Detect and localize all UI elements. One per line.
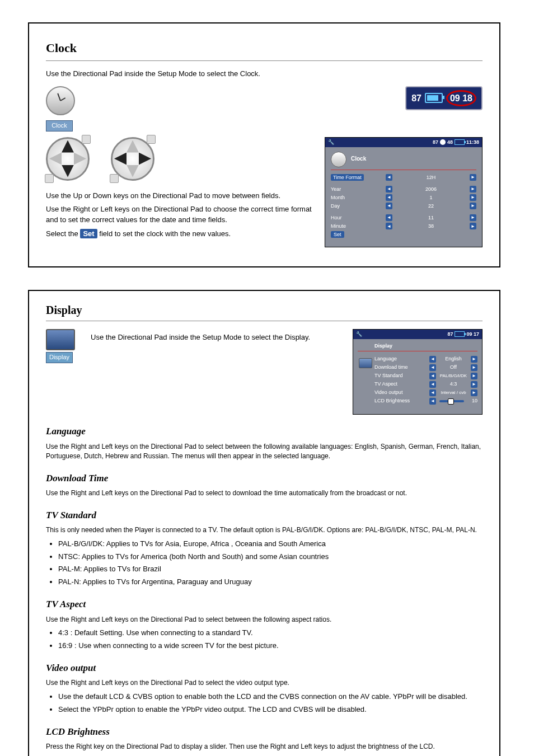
d-download-time: Use the Right and Left keys on the Direc…: [46, 489, 483, 498]
dpad-desc-2: Use the Right or Left keys on the Direct…: [46, 204, 315, 226]
osd-row-video-output[interactable]: Video output◄Interval / cvb►: [374, 388, 477, 397]
osd-row-day[interactable]: Day◄22►: [331, 202, 476, 210]
d-language: Use the Right and Left keys on the Direc…: [46, 442, 483, 462]
battery-icon: [455, 139, 465, 145]
dpad-leftright-icon: [111, 137, 154, 181]
osd-row-month[interactable]: Month◄1►: [331, 194, 476, 202]
set-line: Select the Set field to set the clock wi…: [46, 229, 315, 240]
osd-row-tv-standard[interactable]: TV Standard◄PAL/B/G/I/DK►: [374, 372, 477, 380]
headphone-icon: [440, 139, 446, 145]
d-lcd-brightness: Press the Right key on the Directional P…: [46, 742, 483, 752]
h-tv-standard: TV Standard: [46, 509, 483, 523]
d-tv-standard-pre: This is only needed when the Player is c…: [46, 525, 483, 535]
osd-row-download-time[interactable]: Download time◄Off►: [374, 363, 477, 372]
osd-row-time-format[interactable]: Time Format◄12H►: [331, 173, 476, 182]
wrench-icon: 🔧: [328, 139, 334, 146]
wrench-icon: 🔧: [356, 331, 362, 338]
status-pill: 87 09 18: [405, 86, 483, 110]
status-channel: 87: [411, 92, 421, 105]
dpad-desc-1: Use the Up or Down keys on the Direction…: [46, 191, 315, 201]
clock-osd: 🔧 87 48 11:38 Clock Time Format◄12H► Yea…: [325, 137, 483, 247]
display-icon: [46, 329, 75, 350]
tv-standard-options: PAL-B/G/I/DK: Applies to TVs for Asia, E…: [46, 539, 483, 588]
battery-icon: [455, 331, 465, 337]
h-lcd-brightness: LCD Brightness: [46, 725, 483, 739]
h-tv-aspect: TV Aspect: [46, 598, 483, 612]
clock-icon: [46, 86, 75, 115]
display-intro: Use the Directional Pad inside the Setup…: [91, 332, 343, 343]
osd-row-minute[interactable]: Minute◄38►: [331, 222, 476, 231]
section-title-display: Display: [46, 302, 483, 318]
osd-row-set[interactable]: Set: [331, 231, 476, 239]
h-download-time: Download Time: [46, 472, 483, 486]
osd-row-year[interactable]: Year◄2006►: [331, 185, 476, 194]
status-time: 09 18: [450, 93, 472, 103]
display-icon: [359, 358, 372, 368]
section-title-clock: Clock: [46, 39, 483, 57]
osd-row-tv-aspect[interactable]: TV Aspect◄4:3►: [374, 380, 477, 388]
osd-row-lcd-brightness[interactable]: LCD Brightness◄10: [374, 397, 477, 405]
h-language: Language: [46, 425, 483, 439]
d-video-output: Use the Right and Left keys on the Direc…: [46, 678, 483, 688]
dpad-updown-icon: [46, 137, 90, 181]
osd-row-hour[interactable]: Hour◄11►: [331, 214, 476, 222]
video-output-options: Use the default LCD & CVBS option to ena…: [46, 692, 483, 715]
display-osd: 🔧 87 09 17 Display Language◄English► Dow…: [353, 329, 483, 415]
display-icon-label: Display: [46, 352, 73, 363]
osd-row-language[interactable]: Language◄English►: [374, 355, 477, 363]
tv-aspect-options: 4:3 : Default Setting. Use when connecti…: [46, 628, 483, 651]
clock-icon-label: Clock: [46, 120, 73, 132]
battery-icon: [425, 93, 443, 103]
clock-intro: Use the Directional Pad inside the Setup…: [46, 69, 483, 79]
clock-icon: [331, 152, 346, 167]
d-tv-aspect: Use the Right and Left keys on the Direc…: [46, 615, 483, 624]
h-video-output: Video output: [46, 661, 483, 675]
